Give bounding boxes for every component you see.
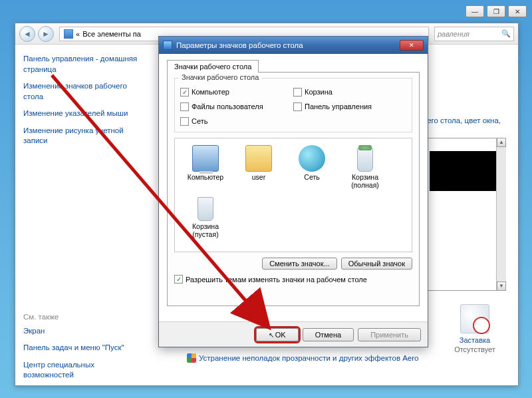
icon-bin-full[interactable]: Корзина (полная) bbox=[338, 144, 392, 190]
sidebar-home-link[interactable]: Панель управления - домашняя страница bbox=[23, 54, 139, 75]
desktop-icons-groupbox: Значки рабочего стола ✓КомпьютерКорзинаФ… bbox=[174, 78, 412, 132]
checkbox-панель-управления[interactable]: Панель управления bbox=[293, 100, 406, 113]
icon-label: Компьютер bbox=[179, 173, 232, 181]
allow-themes-label: Разрешить темам изменять значки на рабоч… bbox=[186, 276, 367, 284]
screensaver-status: Отсутствует bbox=[444, 345, 506, 353]
nav-back-button[interactable]: ◄ bbox=[19, 26, 35, 42]
icon-preview-grid[interactable]: КомпьютерuserСетьКорзина (полная)Корзина… bbox=[174, 138, 412, 252]
sidebar-link-account-picture[interactable]: Изменение рисунка учетной записи bbox=[23, 126, 139, 146]
allow-themes-check-icon: ✓ bbox=[174, 275, 183, 284]
preview-thumbnail bbox=[430, 151, 496, 191]
tab-desktop-icons[interactable]: Значки рабочего стола bbox=[167, 60, 259, 73]
see-also-easeofaccess[interactable]: Центр специальных возможностей bbox=[23, 360, 139, 381]
search-icon: 🔍 bbox=[501, 29, 511, 38]
cursor-icon: ↖ bbox=[269, 331, 274, 339]
checkbox-корзина[interactable]: Корзина bbox=[293, 85, 406, 99]
screensaver-label: Заставка bbox=[444, 336, 506, 344]
control-panel-icon bbox=[64, 29, 73, 39]
checkbox-label: Сеть bbox=[192, 117, 207, 125]
desktop-icon-settings-dialog: Параметры значков рабочего стола ✕ Значк… bbox=[158, 36, 428, 347]
checkbox-компьютер[interactable]: ✓Компьютер bbox=[180, 85, 293, 99]
aero-link-text: Устранение неполадок прозрачности и друг… bbox=[199, 354, 418, 362]
allow-themes-checkbox[interactable]: ✓ Разрешить темам изменять значки на раб… bbox=[174, 275, 412, 284]
screensaver-section[interactable]: Заставка Отсутствует bbox=[444, 304, 506, 353]
nav-forward-button[interactable]: ► bbox=[38, 26, 54, 42]
breadcrumb-text-left: Все элементы па bbox=[82, 30, 141, 38]
default-icon-button[interactable]: Обычный значок bbox=[341, 258, 412, 270]
net-icon bbox=[299, 145, 325, 172]
minimize-button[interactable]: — bbox=[466, 5, 484, 17]
checkbox-icon bbox=[293, 88, 302, 97]
checkbox-icon: ✓ bbox=[180, 88, 189, 97]
sidebar-link-mouse-pointers[interactable]: Изменение указателей мыши bbox=[23, 108, 139, 119]
page-title-fragment: чего стола, цвет окна, bbox=[423, 116, 501, 124]
icon-computer[interactable]: Компьютер bbox=[179, 144, 232, 190]
see-also-taskbar[interactable]: Панель задач и меню "Пуск" bbox=[23, 343, 139, 353]
checkbox-label: Файлы пользователя bbox=[192, 102, 263, 110]
checkbox-сеть[interactable]: Сеть bbox=[180, 114, 293, 128]
icon-user[interactable]: user bbox=[232, 144, 285, 190]
checkbox-label: Панель управления bbox=[305, 102, 372, 110]
bin-full-icon bbox=[352, 145, 378, 172]
sidebar-link-desktop-icons[interactable]: Изменение значков рабочего стола bbox=[23, 81, 139, 102]
user-icon bbox=[245, 145, 272, 172]
checkbox-label: Компьютер bbox=[192, 88, 229, 96]
checkbox-файлы-пользователя[interactable]: Файлы пользователя bbox=[180, 100, 293, 113]
dialog-icon bbox=[163, 41, 172, 50]
icon-label: Корзина (пустая) bbox=[179, 222, 232, 238]
dialog-close-button[interactable]: ✕ bbox=[400, 40, 424, 51]
see-also-screen[interactable]: Экран bbox=[23, 326, 139, 337]
checkbox-icon bbox=[180, 102, 189, 111]
checkbox-label: Корзина bbox=[305, 88, 332, 96]
groupbox-legend: Значки рабочего стола bbox=[179, 73, 261, 81]
sidebar: Панель управления - домашняя страница Из… bbox=[15, 45, 147, 385]
dialog-title-text: Параметры значков рабочего стола bbox=[176, 41, 303, 49]
icon-label: Корзина (полная) bbox=[338, 173, 392, 189]
see-also-header: См. также bbox=[23, 313, 139, 321]
screensaver-icon bbox=[460, 304, 489, 333]
computer-icon bbox=[192, 145, 219, 172]
checkbox-icon bbox=[293, 102, 302, 111]
dialog-titlebar[interactable]: Параметры значков рабочего стола ✕ bbox=[159, 37, 428, 54]
cancel-button[interactable]: Отмена bbox=[303, 328, 354, 341]
bin-empty-icon bbox=[192, 194, 219, 221]
maximize-button[interactable]: ❐ bbox=[487, 5, 505, 17]
scroll-up-icon[interactable]: ▲ bbox=[497, 138, 506, 147]
dialog-footer: ↖OK Отмена Применить bbox=[159, 321, 428, 347]
tab-page: Значки рабочего стола ✓КомпьютерКорзинаФ… bbox=[167, 72, 420, 306]
preview-scrollbar[interactable]: ▲ ▼ bbox=[496, 138, 506, 291]
aero-troubleshoot-link[interactable]: Устранение неполадок прозрачности и друг… bbox=[187, 353, 418, 363]
search-input[interactable]: равления 🔍 bbox=[434, 27, 514, 41]
shield-icon bbox=[187, 353, 196, 363]
checkbox-icon bbox=[180, 117, 189, 126]
icon-net[interactable]: Сеть bbox=[285, 144, 338, 190]
scroll-down-icon[interactable]: ▼ bbox=[497, 282, 506, 291]
icon-label: user bbox=[232, 173, 285, 181]
close-button[interactable]: ✕ bbox=[508, 5, 527, 17]
search-text-fragment: равления bbox=[438, 30, 469, 38]
breadcrumb-sep: « bbox=[76, 30, 80, 38]
ok-button[interactable]: ↖OK bbox=[256, 328, 299, 341]
icon-label: Сеть bbox=[285, 173, 338, 181]
apply-button: Применить bbox=[358, 328, 421, 341]
change-icon-button[interactable]: Сменить значок... bbox=[262, 258, 337, 270]
icon-bin-empty[interactable]: Корзина (пустая) bbox=[179, 193, 232, 240]
